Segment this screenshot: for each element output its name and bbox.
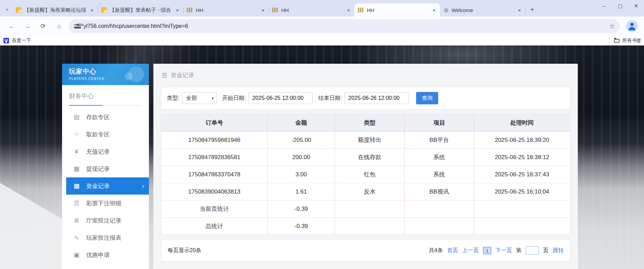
- tab-strip: ˅ 【新提醒】海燕策略论坛综 × 【新提醒】发表帖子 - 综合 × HH × H…: [0, 0, 644, 17]
- end-date-value: 2025-06-26 12:00:00: [348, 95, 400, 101]
- table-cell: 1.61: [268, 183, 335, 200]
- table-body: 1750847959681946-205.00额度转出BB平台2025-06-2…: [161, 132, 570, 235]
- section-underline: [69, 105, 142, 106]
- table-cell: [335, 200, 405, 218]
- tab-title: HH: [196, 7, 260, 13]
- table-row: 1750847959681946-205.00额度转出BB平台2025-06-2…: [161, 132, 570, 149]
- next-page-link[interactable]: 下一页: [495, 247, 512, 254]
- deposit-card-icon: ▤: [72, 113, 81, 121]
- minimize-button[interactable]: –: [596, 0, 612, 12]
- window-controls: – ▢ ✕: [596, 0, 644, 12]
- hamburger-icon: ☰: [162, 72, 167, 79]
- maximize-button[interactable]: ▢: [612, 0, 628, 12]
- bookmark-star-icon[interactable]: ☆: [609, 22, 615, 30]
- sidebar-item-label: 玩家投注报表: [86, 234, 121, 242]
- tab-close-icon[interactable]: ×: [345, 7, 352, 13]
- new-tab-button[interactable]: +: [527, 5, 537, 14]
- sidebar-subtitle: PLAYERS CENTER: [69, 77, 149, 81]
- page-background: 玩家中心 PLAYERS CENTER 财务中心 ▤ 存款专区 ☞ 取款专区 ¥…: [0, 45, 644, 269]
- home-icon: ⌂: [57, 23, 61, 30]
- tab-close-icon[interactable]: ×: [260, 7, 266, 13]
- sidebar-section: 财务中心: [62, 85, 149, 106]
- current-page-badge[interactable]: 1: [483, 247, 491, 254]
- first-page-link[interactable]: 首页: [447, 247, 458, 254]
- globe-icon: [443, 7, 449, 13]
- sidebar-section-title: 财务中心: [69, 92, 142, 100]
- browser-tab[interactable]: 【新提醒】发表帖子 - 综合 ×: [98, 3, 183, 17]
- sidebar-item-label: 资金记录: [86, 182, 110, 190]
- sidebar-title: 玩家中心: [69, 67, 149, 76]
- table-row: 当前页统计-0.39: [161, 200, 570, 218]
- table-cell: -0.39: [268, 218, 335, 235]
- player-center-sidebar: 玩家中心 PLAYERS CENTER 财务中心 ▤ 存款专区 ☞ 取款专区 ¥…: [62, 64, 149, 269]
- sidebar-menu: ▤ 存款专区 ☞ 取款专区 ¥ 充值记录 ▦ 提现记录 ▩ 资金记录 › ☰ 彩…: [62, 108, 149, 263]
- tab-title: HH: [367, 7, 431, 13]
- bookmark-baidu[interactable]: 百度一下: [3, 38, 31, 44]
- reload-icon: ⟳: [40, 22, 46, 30]
- browser-tab[interactable]: HH ×: [354, 3, 440, 17]
- tab-close-icon[interactable]: ×: [89, 7, 95, 13]
- banknotes-icon: ▩: [72, 182, 81, 190]
- column-header: 类型: [335, 114, 405, 132]
- withdraw-hand-icon: ☞: [72, 131, 81, 138]
- bookmarks-bar: 百度一下 所有书签: [0, 36, 644, 45]
- jump-link[interactable]: 跳转: [553, 247, 564, 254]
- forward-icon: →: [24, 23, 30, 30]
- table-cell: -0.39: [268, 200, 335, 218]
- table-cell: 1750847892836581: [161, 149, 268, 166]
- browser-tab[interactable]: Welcome ×: [440, 3, 525, 17]
- browser-tab[interactable]: 【新提醒】海燕策略论坛综 ×: [12, 3, 98, 17]
- moneybag-icon: ¥: [72, 148, 81, 155]
- close-window-button[interactable]: ✕: [628, 0, 644, 12]
- tab-separator: [525, 7, 526, 13]
- baidu-favicon-icon: [3, 38, 9, 43]
- tab-close-icon[interactable]: ×: [516, 7, 523, 13]
- home-button[interactable]: ⌂: [53, 20, 65, 32]
- start-date-input[interactable]: 2025-06-25 12:00:00: [249, 92, 313, 104]
- scribble-gold-icon: [358, 8, 364, 12]
- table-cell: 额度转出: [335, 132, 405, 149]
- column-header: 订单号: [161, 114, 268, 132]
- report-chart-icon: ∿: [72, 234, 81, 241]
- browser-tab[interactable]: HH ×: [183, 3, 269, 17]
- sidebar-item-label: 存款专区: [86, 113, 110, 121]
- type-label: 类型:: [167, 95, 179, 102]
- table-cell: 3.00: [268, 166, 335, 183]
- search-button[interactable]: 查询: [416, 92, 438, 104]
- funds-table: 订单号金额类型项目处理时间 1750847959681946-205.00额度转…: [161, 114, 570, 235]
- address-bar[interactable]: yl756.com/hhcp/usercenter.html?iniType=6…: [69, 19, 620, 33]
- chat-yellow-icon: [16, 7, 21, 13]
- sidebar-item[interactable]: ¥ 充值记录: [62, 143, 149, 160]
- sidebar-item[interactable]: ☞ 取款专区: [62, 126, 149, 143]
- prev-page-link[interactable]: 上一页: [462, 247, 479, 254]
- wallet-icon: ▦: [72, 165, 81, 173]
- page-jump-input[interactable]: [526, 246, 539, 255]
- page-size-label: 每页显示20条: [168, 247, 201, 254]
- pagination-bar: 每页显示20条 共4条 首页 上一页 1 下一页 第 页 跳转: [161, 239, 570, 261]
- url-text[interactable]: yl756.com/hhcp/usercenter.html?iniType=6: [83, 23, 606, 29]
- sidebar-item[interactable]: ▦ 提现记录: [62, 160, 149, 177]
- sidebar-item-label: 彩票下注明细: [86, 199, 121, 207]
- profile-avatar[interactable]: [626, 20, 638, 32]
- end-date-input[interactable]: 2025-06-26 12:00:00: [344, 92, 409, 104]
- reload-button[interactable]: ⟳: [37, 20, 49, 32]
- sidebar-item[interactable]: ▣ 优惠申请: [62, 246, 149, 263]
- back-button[interactable]: ←: [6, 20, 17, 32]
- tab-close-icon[interactable]: ×: [431, 7, 437, 13]
- lottery-detail-icon: ☰: [72, 199, 81, 207]
- sidebar-item[interactable]: ≣ 厅室投注记录: [62, 212, 149, 229]
- sidebar-item[interactable]: ☰ 彩票下注明细: [62, 195, 149, 212]
- table-cell: [404, 200, 474, 218]
- tab-search-button[interactable]: ˅: [2, 5, 12, 14]
- table-cell: 1750847959681946: [161, 132, 268, 149]
- all-bookmarks-button[interactable]: 所有书签: [609, 38, 641, 44]
- forward-button[interactable]: →: [21, 20, 33, 32]
- browser-tab[interactable]: HH ×: [269, 3, 354, 17]
- type-select[interactable]: 全部 ▾: [182, 92, 217, 104]
- tab-close-icon[interactable]: ×: [174, 7, 181, 13]
- site-info-icon[interactable]: [74, 24, 80, 29]
- type-select-value: 全部: [186, 95, 197, 102]
- sidebar-item[interactable]: ▩ 资金记录 ›: [66, 177, 149, 195]
- sidebar-item[interactable]: ∿ 玩家投注报表: [62, 229, 149, 246]
- sidebar-item[interactable]: ▤ 存款专区: [62, 108, 149, 126]
